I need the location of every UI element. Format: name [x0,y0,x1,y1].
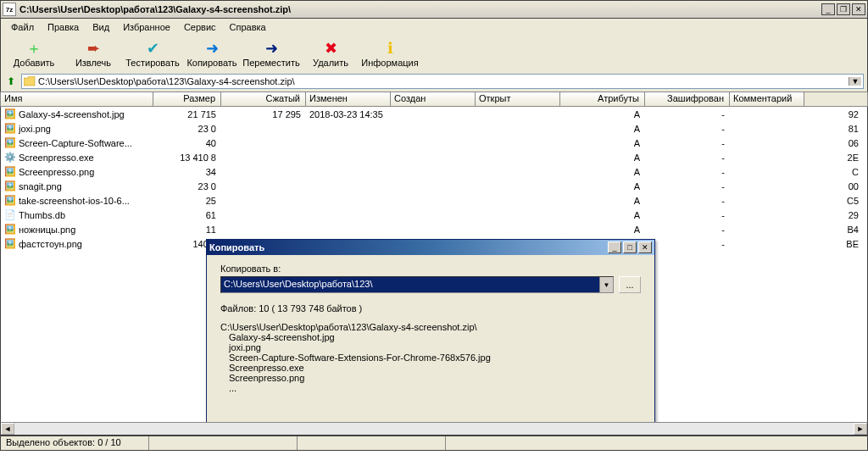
col-attr[interactable]: Атрибуты [560,92,645,106]
col-created[interactable]: Создан [391,92,476,106]
file-name: Galaxy-s4-screenshot.jpg [19,109,125,119]
file-extra: 00 [804,181,864,191]
minimize-button[interactable]: _ [821,3,835,15]
destination-combo[interactable]: C:\Users\User\Desktop\работа\123\ ▼ [220,276,614,293]
scroll-right-icon[interactable]: ► [854,423,867,435]
status-panel-2 [149,436,298,450]
menubar: Файл Правка Вид Избранное Сервис Справка [0,19,868,36]
scroll-left-icon[interactable]: ◄ [1,423,14,435]
file-size: 40 [153,138,221,148]
file-icon: 🖼️ [4,195,16,207]
file-icon: 🖼️ [4,180,16,192]
menu-favorites[interactable]: Избранное [116,20,177,34]
col-name[interactable]: Имя [1,92,153,106]
toolbar-label: Копировать [186,58,236,68]
toolbar-извлечь[interactable]: ➨Извлечь [64,36,123,71]
file-extra: 81 [804,124,864,134]
copy-dialog: Копировать _ □ ✕ Копировать в: C:\Users\… [206,239,655,422]
file-attr: A [560,167,645,177]
toolbar-label: Тестировать [125,58,180,68]
titlebar: 7z C:\Users\User\Desktop\работа\123\Gala… [0,0,868,19]
archive-path: C:\Users\User\Desktop\работа\123\Galaxy-… [220,322,641,332]
status-panel-3 [298,436,446,450]
file-list[interactable]: 🖼️Galaxy-s4-screenshot.jpg 21 715 17 295… [0,107,868,422]
table-row[interactable]: 🖼️joxi.png 23 0 A - 81 [1,121,867,136]
table-row[interactable]: ⚙️Screenpresso.exe 13 410 8 A - 2E [1,150,867,164]
file-extra: BE [804,239,864,249]
maximize-button[interactable]: ❐ [837,3,850,15]
dialog-file-item: joxi.png [229,342,641,352]
file-name: Screenpresso.exe [19,153,94,163]
table-row[interactable]: 🖼️take-screenshot-ios-10-6... 25 A - C5 [1,193,867,208]
file-icon: 📄 [4,209,16,221]
file-size: 25 [153,196,221,206]
col-size[interactable]: Размер [153,92,221,106]
up-icon[interactable]: ⬆ [4,75,18,88]
col-accessed[interactable]: Открыт [476,92,560,106]
file-name: Thumbs.db [19,210,65,220]
file-icon: 🖼️ [4,108,16,120]
dialog-file-item: Galaxy-s4-screenshot.jpg [229,332,641,342]
file-attr: A [560,124,645,134]
destination-value: C:\Users\User\Desktop\работа\123\ [221,277,599,292]
toolbar-label: Переместить [242,58,299,68]
table-row[interactable]: 🖼️Screen-Capture-Software... 40 A - 06 [1,136,867,150]
dialog-file-item: Screenpresso.exe [229,363,641,373]
toolbar-информация[interactable]: ℹИнформация [360,36,420,71]
toolbar-копировать[interactable]: ➜Копировать [182,36,242,71]
col-packed[interactable]: Сжатый [221,92,306,106]
file-name: snagit.png [19,181,62,191]
file-extra: 2E [804,153,864,163]
menu-tools[interactable]: Сервис [177,20,223,34]
dialog-file-item: Screenpresso.png [229,373,641,383]
menu-file[interactable]: Файл [4,20,41,34]
list-header: Имя Размер Сжатый Изменен Создан Открыт … [0,92,868,107]
dialog-file-block: C:\Users\User\Desktop\работа\123\Galaxy-… [220,322,641,393]
dialog-minimize-button[interactable]: _ [608,241,621,253]
file-icon: 🖼️ [4,123,16,135]
address-dropdown-icon[interactable]: ▼ [849,77,861,86]
table-row[interactable]: 🖼️Galaxy-s4-screenshot.jpg 21 715 17 295… [1,107,867,121]
table-row[interactable]: 📄Thumbs.db 61 A - 29 [1,208,867,222]
file-icon: 🖼️ [4,166,16,178]
file-name: Screen-Capture-Software... [19,138,132,148]
menu-help[interactable]: Справка [223,20,273,34]
dialog-file-item: ... [229,383,641,393]
col-comment[interactable]: Комментарий [730,92,804,106]
file-name: фастстоун.png [19,239,82,249]
копировать-icon: ➜ [206,40,219,57]
toolbar-тестировать[interactable]: ✔Тестировать [123,36,182,71]
table-row[interactable]: 🖼️Screenpresso.png 34 A - C [1,164,867,179]
dialog-close-button[interactable]: ✕ [638,241,652,253]
file-extra: C [804,167,864,177]
col-encrypted[interactable]: Зашифрован [645,92,730,106]
dialog-maximize-button[interactable]: □ [623,241,637,253]
toolbar-label: Информация [361,58,418,68]
file-attr: A [560,196,645,206]
address-text: C:\Users\User\Desktop\работа\123\Galaxy-… [38,76,849,86]
toolbar-добавить[interactable]: ＋Добавить [4,36,64,71]
file-encrypted: - [645,239,730,249]
file-extra: C5 [804,196,864,206]
table-row[interactable]: 🖼️snagit.png 23 0 A - 00 [1,179,867,193]
toolbar-переместить[interactable]: ➜Переместить [242,36,301,71]
file-encrypted: - [645,124,730,134]
browse-button[interactable]: ... [619,276,641,293]
menu-view[interactable]: Вид [86,20,116,34]
table-row[interactable]: 🖼️ножницы.png 11 A - B4 [1,222,867,236]
dialog-titlebar: Копировать _ □ ✕ [207,240,654,255]
horizontal-scrollbar[interactable]: ◄ ► [0,422,868,436]
file-size: 23 0 [153,124,221,134]
close-button[interactable]: ✕ [852,3,865,15]
file-encrypted: - [645,167,730,177]
col-modified[interactable]: Изменен [306,92,391,106]
menu-edit[interactable]: Правка [41,20,86,34]
dialog-title: Копировать [209,242,606,252]
scroll-track[interactable] [14,423,854,435]
chevron-down-icon[interactable]: ▼ [599,277,613,292]
file-size: 61 [153,210,221,220]
toolbar-удалить[interactable]: ✖Удалить [301,36,360,71]
address-input[interactable]: C:\Users\User\Desktop\работа\123\Galaxy-… [21,74,864,89]
извлечь-icon: ➨ [87,40,100,57]
file-encrypted: - [645,210,730,220]
